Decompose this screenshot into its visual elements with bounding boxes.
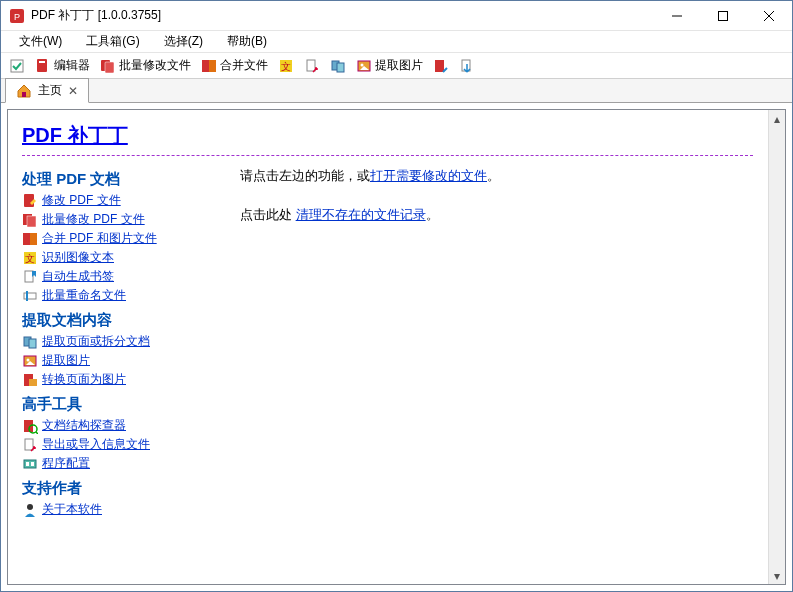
svg-text:文: 文 (25, 253, 35, 264)
toolbar-checkbox-button[interactable] (5, 56, 29, 76)
link-extract-image[interactable]: 提取图片 (22, 351, 232, 370)
menu-toolbox[interactable]: 工具箱(G) (74, 31, 151, 52)
link-modify-pdf[interactable]: 修改 PDF 文件 (22, 191, 232, 210)
home-icon (16, 83, 32, 99)
link-structure[interactable]: 文档结构探查器 (22, 416, 232, 435)
minimize-button[interactable] (654, 1, 700, 30)
menu-help[interactable]: 帮助(B) (215, 31, 279, 52)
welcome-text: 请点击左边的功能，或打开需要修改的文件。 点击此处 清理不存在的文件记录。 (232, 164, 753, 580)
tab-home-label: 主页 (38, 82, 62, 99)
svg-rect-22 (22, 92, 26, 97)
toolbar-batch-modify-button[interactable]: 批量修改文件 (96, 55, 195, 76)
svg-rect-10 (105, 62, 114, 73)
rename-icon (22, 288, 38, 304)
section-advanced-title: 高手工具 (22, 395, 232, 414)
pdf-merge-icon (22, 231, 38, 247)
svg-rect-6 (11, 60, 23, 72)
toolbar-batch-modify-label: 批量修改文件 (119, 57, 191, 74)
open-file-link[interactable]: 打开需要修改的文件 (370, 168, 487, 183)
menu-file[interactable]: 文件(W) (7, 31, 74, 52)
pdf-convert-icon (433, 58, 449, 74)
link-about[interactable]: 关于本软件 (22, 500, 232, 519)
page-heading[interactable]: PDF 补丁丁 (22, 122, 753, 149)
svg-rect-17 (337, 63, 344, 72)
toolbar-extract-images-button[interactable]: 提取图片 (352, 55, 427, 76)
scroll-up-button[interactable]: ▴ (769, 110, 785, 127)
svg-rect-38 (29, 379, 37, 386)
title-bar: P PDF 补丁丁 [1.0.0.3755] (1, 1, 792, 31)
menu-bar: 文件(W) 工具箱(G) 选择(Z) 帮助(B) (1, 31, 792, 53)
toolbar-tool2-button[interactable] (326, 56, 350, 76)
pdf-editor-icon (35, 58, 51, 74)
link-batch-modify[interactable]: 批量修改 PDF 文件 (22, 210, 232, 229)
svg-point-19 (361, 63, 364, 66)
svg-rect-26 (23, 233, 30, 245)
link-rename[interactable]: 批量重命名文件 (22, 286, 232, 305)
tab-close-icon[interactable]: ✕ (68, 84, 78, 98)
page-to-image-icon (22, 372, 38, 388)
section-process-title: 处理 PDF 文档 (22, 170, 232, 189)
svg-rect-15 (307, 60, 315, 71)
svg-rect-31 (24, 293, 36, 299)
toolbar-merge-button[interactable]: 合并文件 (197, 55, 272, 76)
structure-icon (22, 418, 38, 434)
tab-strip: 主页 ✕ (1, 79, 792, 103)
menu-select[interactable]: 选择(Z) (152, 31, 215, 52)
svg-rect-8 (39, 61, 45, 63)
svg-rect-3 (719, 11, 728, 20)
scroll-down-button[interactable]: ▾ (769, 567, 785, 584)
import-export-icon (22, 437, 38, 453)
toolbar-extract-images-label: 提取图片 (375, 57, 423, 74)
link-import-export[interactable]: 导出或导入信息文件 (22, 435, 232, 454)
link-bookmark[interactable]: 自动生成书签 (22, 267, 232, 286)
tab-home[interactable]: 主页 ✕ (5, 78, 89, 103)
pdf-batch-icon (22, 212, 38, 228)
separator (22, 155, 753, 156)
window-buttons (654, 1, 792, 30)
app-icon: P (9, 8, 25, 24)
page-heading-link[interactable]: PDF 补丁丁 (22, 124, 128, 146)
section-support-title: 支持作者 (22, 479, 232, 498)
svg-rect-11 (202, 60, 209, 72)
content-area: ▴ ▾ PDF 补丁丁 处理 PDF 文档 修改 PDF 文件 批量修改 PDF… (1, 103, 792, 591)
toolbar-convert-button[interactable] (429, 56, 453, 76)
scrollbar[interactable]: ▴ ▾ (768, 110, 785, 584)
toolbar-editor-label: 编辑器 (54, 57, 90, 74)
svg-rect-34 (29, 339, 36, 348)
toolbar-editor-button[interactable]: 编辑器 (31, 55, 94, 76)
maximize-button[interactable] (700, 1, 746, 30)
about-icon (22, 502, 38, 518)
svg-text:P: P (14, 12, 20, 22)
pdf-merge-icon (201, 58, 217, 74)
svg-rect-44 (26, 462, 29, 466)
svg-rect-27 (30, 233, 37, 245)
link-split[interactable]: 提取页面或拆分文档 (22, 332, 232, 351)
settings-icon (22, 456, 38, 472)
link-page-to-image[interactable]: 转换页面为图片 (22, 370, 232, 389)
pdf-batch-icon (100, 58, 116, 74)
link-ocr[interactable]: 文识别图像文本 (22, 248, 232, 267)
ocr-icon: 文 (278, 58, 294, 74)
svg-rect-45 (31, 462, 34, 466)
toolbar-ocr-button[interactable]: 文 (274, 56, 298, 76)
image-icon (356, 58, 372, 74)
link-settings[interactable]: 程序配置 (22, 454, 232, 473)
close-button[interactable] (746, 1, 792, 30)
extract-image-icon (22, 353, 38, 369)
page-arrow-icon (304, 58, 320, 74)
toolbar-tool1-button[interactable] (300, 56, 324, 76)
svg-rect-30 (25, 271, 33, 282)
toolbar-merge-label: 合并文件 (220, 57, 268, 74)
svg-rect-42 (25, 439, 33, 450)
cleanup-link[interactable]: 清理不存在的文件记录 (296, 207, 426, 222)
svg-point-36 (27, 358, 30, 361)
svg-rect-43 (24, 460, 36, 468)
checkbox-icon (9, 58, 25, 74)
window-title: PDF 补丁丁 [1.0.0.3755] (31, 7, 161, 24)
svg-rect-7 (37, 59, 47, 72)
link-merge[interactable]: 合并 PDF 和图片文件 (22, 229, 232, 248)
pdf-edit-icon (22, 193, 38, 209)
toolbar-export-button[interactable] (455, 56, 479, 76)
split-icon (22, 334, 38, 350)
svg-point-46 (27, 504, 33, 510)
